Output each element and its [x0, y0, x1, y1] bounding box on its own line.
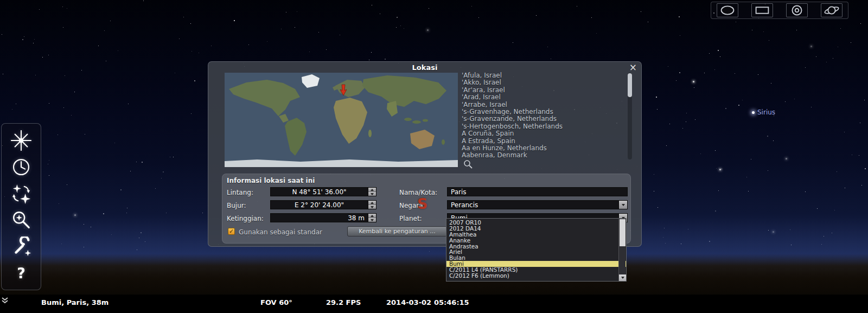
- star: [769, 40, 769, 41]
- use-as-default-checkbox[interactable]: ✓: [228, 228, 235, 235]
- city-search-icon[interactable]: [463, 159, 473, 170]
- dropdown-scroll-down-button[interactable]: [619, 274, 626, 281]
- star: [715, 210, 716, 212]
- star: [693, 81, 694, 82]
- dropdown-scrollbar[interactable]: [618, 219, 626, 281]
- configuration-window-button[interactable]: [8, 235, 34, 259]
- city-list-scrollbar-thumb[interactable]: [628, 73, 632, 97]
- star: [74, 214, 76, 216]
- star: [103, 213, 104, 214]
- star: [326, 49, 327, 50]
- city-list-item[interactable]: 'Arad, Israel: [462, 94, 618, 101]
- left-toolbar: ?: [1, 123, 41, 290]
- city-list-item[interactable]: 'Ar'ara, Israel: [462, 87, 618, 94]
- star: [648, 22, 648, 22]
- city-list-item[interactable]: 'Afula, Israel: [462, 72, 618, 79]
- city-list-item[interactable]: 's-Gravenhage, Netherlands: [462, 108, 618, 116]
- star: [752, 30, 752, 30]
- star: [811, 107, 812, 107]
- star: [429, 8, 429, 9]
- longitude-spin-down-button[interactable]: [368, 205, 376, 209]
- altitude-spin-up-button[interactable]: [368, 214, 376, 218]
- altitude-spinbox[interactable]: 38 m: [270, 213, 376, 222]
- star: [641, 11, 641, 12]
- rectangle-toggle-icon: [752, 3, 773, 17]
- toggle-oval-button[interactable]: [717, 3, 738, 17]
- datetime-window-button[interactable]: [8, 155, 34, 179]
- star: [67, 8, 67, 9]
- city-list-item[interactable]: Aa en Hunze, Netherlands: [462, 145, 618, 152]
- sky-viewing-options-button[interactable]: [8, 182, 34, 206]
- star: [81, 70, 82, 71]
- star: [513, 42, 513, 43]
- name-city-input[interactable]: Paris: [447, 187, 628, 196]
- location-window-button[interactable]: [8, 129, 34, 152]
- toggle-rings-button[interactable]: [786, 3, 808, 17]
- saturn-toggle-icon: [821, 3, 842, 17]
- search-magnifier-icon: [11, 210, 31, 231]
- star: [536, 15, 537, 16]
- planet-option[interactable]: Andrastea: [446, 244, 626, 250]
- collapse-bars-icon[interactable]: [1, 296, 9, 306]
- longitude-value[interactable]: E 2° 20' 24.00": [271, 201, 368, 209]
- city-list-item[interactable]: Aabenraa, Denmark: [462, 152, 618, 159]
- latitude-value[interactable]: N 48° 51' 36.00": [271, 188, 368, 196]
- star: [120, 189, 122, 190]
- star: [191, 113, 192, 114]
- reset-to-default-button[interactable]: Kembali ke pengaturan ...: [347, 226, 447, 237]
- search-window-button[interactable]: [8, 208, 34, 232]
- star: [773, 140, 774, 141]
- star: [248, 44, 249, 45]
- star: [372, 5, 372, 5]
- oval-toggle-icon: [717, 3, 738, 17]
- country-combobox[interactable]: Perancis: [447, 200, 628, 209]
- status-date: 2014-03-02: [386, 298, 431, 306]
- star: [192, 51, 192, 52]
- star: [49, 103, 49, 104]
- planet-option[interactable]: Amalthea: [446, 232, 626, 238]
- star: [736, 22, 736, 22]
- latitude-spinbox[interactable]: N 48° 51' 36.00": [270, 187, 376, 196]
- toggle-rectangle-button[interactable]: [751, 3, 773, 17]
- city-list-item[interactable]: 'Arrabe, Israel: [462, 101, 618, 108]
- city-list-item[interactable]: 's-Gravenzande, Netherlands: [462, 116, 618, 123]
- altitude-spin-down-button[interactable]: [368, 218, 376, 222]
- city-list-scrollbar[interactable]: [628, 73, 632, 159]
- city-list-item[interactable]: 'Akko, Israel: [462, 79, 618, 86]
- longitude-spin-up-button[interactable]: [368, 201, 376, 205]
- star: [656, 97, 657, 98]
- dialog-title: Lokasi: [208, 63, 641, 72]
- help-icon: ?: [17, 265, 25, 282]
- planet-option[interactable]: Bulan: [446, 255, 626, 261]
- toggle-saturn-button[interactable]: [821, 3, 843, 17]
- latitude-spin-down-button[interactable]: [368, 192, 376, 196]
- star: [127, 208, 127, 208]
- planet-option[interactable]: Ariel: [446, 249, 626, 255]
- star: [719, 169, 721, 170]
- city-list-item[interactable]: A Coruña, Spain: [462, 130, 618, 137]
- altitude-value[interactable]: 38 m: [271, 214, 368, 222]
- star: [33, 43, 34, 43]
- world-map[interactable]: [225, 73, 458, 167]
- latitude-spin-up-button[interactable]: [368, 188, 376, 192]
- star: [654, 191, 654, 191]
- close-icon[interactable]: ×: [629, 62, 637, 73]
- planet-option[interactable]: Ananke: [446, 238, 626, 244]
- star: [128, 104, 129, 104]
- star: [385, 59, 386, 60]
- help-window-button[interactable]: ?: [8, 261, 34, 285]
- star: [722, 169, 722, 169]
- country-dropdown-arrow[interactable]: [618, 201, 627, 209]
- city-list-item[interactable]: A Estrada, Spain: [462, 138, 618, 145]
- star: [427, 29, 429, 31]
- dropdown-scrollbar-thumb[interactable]: [620, 219, 626, 246]
- city-list-item[interactable]: 's-Hertogenbosch, Netherlands: [462, 123, 618, 130]
- longitude-spinbox[interactable]: E 2° 20' 24.00": [270, 200, 376, 209]
- star: [551, 59, 551, 59]
- star: [758, 74, 758, 75]
- star: [211, 46, 212, 46]
- star: [805, 67, 806, 68]
- star: [39, 9, 40, 10]
- star: [98, 46, 99, 46]
- planet-option[interactable]: C/2012 F6 (Lemmon): [446, 273, 626, 279]
